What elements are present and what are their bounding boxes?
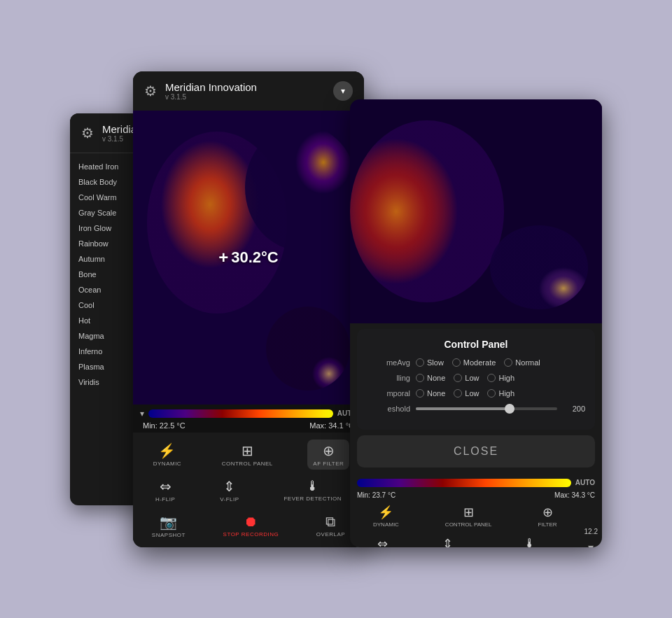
right-control-panel-button[interactable]: ⊞ CONTROL PANEL: [442, 503, 495, 529]
cp-slider[interactable]: [416, 407, 557, 410]
cp-label-low2: Low: [465, 389, 479, 398]
app-version-center: v 3.1.5: [165, 93, 257, 101]
scene: ⚙ Meridian Innovation v 3.1.5 Heated Iro…: [70, 71, 602, 547]
temp-bar-down-arrow[interactable]: ▾: [140, 409, 144, 419]
cp-option-low2[interactable]: Low: [454, 389, 479, 398]
hflip-icon: ⇔: [160, 478, 172, 495]
temp-bar-section: ▾ AUTO Min: 22.5 °C Max: 34.1 °C: [133, 405, 364, 433]
palette-name: Rainbow: [78, 239, 127, 248]
fever-detection-button[interactable]: 🌡 FEVER DETECTION: [278, 475, 347, 505]
gear-icon: ⚙: [81, 125, 94, 141]
palette-name: Cool: [78, 301, 127, 309]
af-filter-label: AF FILTER: [313, 461, 344, 467]
cp-label-normal: Normal: [515, 358, 540, 367]
cp-label-frameavg: meAvg: [367, 358, 416, 367]
cp-radio-none2: [416, 389, 424, 398]
control-panel-button[interactable]: ⊞ CONTROL PANEL: [216, 440, 279, 470]
control-panel-section: Control Panel meAvg Slow Moderate Normal: [357, 329, 595, 430]
palette-name: Autumn: [78, 255, 127, 263]
right-temp-min: Min: 23.7 °C: [357, 491, 396, 499]
cp-option-high1[interactable]: High: [487, 374, 514, 382]
palette-name: Bone: [78, 270, 127, 279]
right-panel: Control Panel meAvg Slow Moderate Normal: [350, 99, 602, 547]
app-title-center: Meridian Innovation: [165, 81, 257, 93]
right-filter-label: FILTER: [538, 521, 557, 528]
side-values: 12.2 ▾ 23.8: [580, 500, 602, 547]
toolbar-row-3: 📷 SNAPSHOT ⏺ STOP RECORDING ⧉ OVERLAP: [133, 508, 364, 544]
temp-min: Min: 22.5 °C: [143, 421, 186, 430]
right-toolbar-row-2: ⇔ H-FLIP ⇕ V-FLIP 🌡 FEVER DETECTION: [350, 532, 580, 547]
snapshot-button[interactable]: 📷 SNAPSHOT: [146, 511, 191, 541]
scroll-down-icon[interactable]: ▾: [588, 541, 594, 547]
right-vflip-button[interactable]: ⇕ V-FLIP: [436, 535, 458, 547]
temp-gradient-bar: [148, 409, 333, 418]
cp-label-moderate: Moderate: [463, 358, 496, 367]
right-fever-icon: 🌡: [524, 536, 536, 547]
toolbar-row-2: ⇔ H-FLIP ⇕ V-FLIP 🌡 FEVER DETECTION: [133, 472, 364, 508]
stop-recording-button[interactable]: ⏺ STOP RECORDING: [218, 511, 285, 540]
cp-label-none2: None: [427, 389, 445, 398]
right-toolbar-container: ⚡ DYNAMIC ⊞ CONTROL PANEL ⊕ FILTER: [350, 500, 602, 547]
af-filter-icon: ⊕: [323, 442, 335, 459]
control-panel-title: Control Panel: [367, 339, 585, 350]
cp-option-low1[interactable]: Low: [454, 374, 479, 382]
cp-option-high2[interactable]: High: [487, 389, 514, 398]
af-filter-button[interactable]: ⊕ AF FILTER: [307, 440, 349, 470]
close-button[interactable]: CLOSE: [357, 435, 595, 468]
right-cp-icon: ⊞: [463, 505, 474, 520]
snapshot-icon: 📷: [160, 514, 177, 531]
palette-name: Viridis: [78, 378, 127, 386]
vflip-button[interactable]: ⇕ V-FLIP: [214, 475, 244, 505]
right-thermal-svg: [350, 99, 602, 323]
thermal-view-right: [350, 99, 602, 323]
right-filter-icon: ⊕: [542, 505, 553, 520]
cp-options-temporal: None Low High: [416, 389, 514, 398]
cp-label-high2: High: [498, 389, 514, 398]
center-panel-header: ⚙ Meridian Innovation v 3.1.5 ▾: [133, 71, 364, 111]
cp-option-none2[interactable]: None: [416, 389, 445, 398]
toolbar-row-1: ⚡ DYNAMIC ⊞ CONTROL PANEL ⊕ AF FILTER: [133, 437, 364, 472]
cp-label-none1: None: [427, 374, 445, 382]
right-fever-button[interactable]: 🌡 FEVER DETECTION: [500, 535, 559, 547]
right-filter-button[interactable]: ⊕ FILTER: [536, 503, 560, 529]
center-toolbar: ⚡ DYNAMIC ⊞ CONTROL PANEL ⊕ AF FILTER ⇔ …: [133, 433, 364, 547]
palette-name: Ocean: [78, 286, 127, 294]
cp-label-high1: High: [498, 374, 514, 382]
cp-radio-low2: [454, 389, 462, 398]
overlap-button[interactable]: ⧉ OVERLAP: [311, 511, 351, 540]
cp-radio-moderate: [452, 358, 461, 367]
dropdown-button[interactable]: ▾: [333, 81, 353, 101]
cp-slider-fill: [416, 407, 514, 410]
cp-row-temporal: mporal None Low High: [367, 389, 585, 398]
close-button-label: CLOSE: [454, 445, 498, 458]
palette-name: Inferno: [78, 347, 127, 356]
palette-name: Heated Iron: [78, 162, 127, 171]
palette-name: Black Body: [78, 178, 127, 186]
cp-slider-row: 200: [416, 405, 585, 413]
crosshair-icon: +: [218, 248, 228, 267]
right-hflip-button[interactable]: ⇔ H-FLIP: [371, 535, 394, 547]
vflip-label: V-FLIP: [220, 496, 239, 503]
cp-row-frameavg: meAvg Slow Moderate Normal: [367, 358, 585, 367]
thermal-view-center: + 30.2°C: [133, 111, 364, 405]
stop-recording-label: STOP RECORDING: [223, 531, 279, 538]
right-dynamic-button[interactable]: ⚡ DYNAMIC: [370, 503, 402, 529]
overlap-label: OVERLAP: [316, 531, 345, 538]
palette-name: Hot: [78, 316, 127, 325]
dynamic-button[interactable]: ⚡ DYNAMIC: [148, 440, 187, 470]
center-gear-icon[interactable]: ⚙: [144, 83, 157, 99]
cp-option-slow[interactable]: Slow: [416, 358, 444, 367]
hflip-label: H-FLIP: [155, 496, 175, 503]
cp-option-none1[interactable]: None: [416, 374, 445, 382]
cp-radio-low1: [454, 374, 462, 382]
cp-option-moderate[interactable]: Moderate: [452, 358, 496, 367]
dynamic-icon: ⚡: [158, 442, 176, 459]
palette-name: Gray Scale: [78, 209, 127, 217]
right-bottom-toolbar: AUTO Min: 23.7 °C Max: 34.3 °C ⚡ DYNAMIC…: [350, 473, 602, 547]
cp-options-frameavg: Slow Moderate Normal: [416, 358, 540, 367]
temp-display: 30.2°C: [231, 248, 279, 267]
hflip-button[interactable]: ⇔ H-FLIP: [150, 475, 181, 505]
cp-slider-thumb: [505, 404, 514, 414]
palette-name: Plasma: [78, 363, 127, 371]
cp-option-normal[interactable]: Normal: [504, 358, 540, 367]
